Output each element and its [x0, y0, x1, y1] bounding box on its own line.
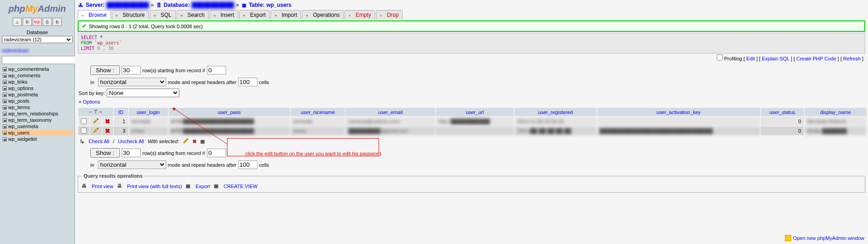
refresh-link[interactable]: Refresh — [843, 56, 861, 61]
export-selected-icon[interactable]: ▦ — [200, 139, 205, 144]
sidebar-table-item[interactable]: ▦wp_options — [2, 85, 73, 91]
database-select[interactable]: radevicteam (12) — [2, 36, 73, 43]
table-row: ✖1nemanja$P$B████████████████████nemanja… — [78, 117, 867, 126]
sidebar-table-item[interactable]: ▦wp_term_relationships — [2, 110, 73, 117]
table-icon: ▦ — [3, 80, 7, 84]
delete-selected-icon[interactable]: ✖ — [192, 139, 197, 144]
sidebar-table-item[interactable]: ▦wp_commentmeta — [2, 66, 73, 72]
bc-server-value[interactable]: ███████████ — [106, 2, 149, 8]
delete-row-button[interactable]: ✖ — [102, 126, 113, 136]
cell-email: nemanja@radevic.com — [345, 117, 436, 126]
start-record-input[interactable] — [207, 66, 226, 75]
show-button-bottom[interactable]: Show : — [90, 148, 120, 158]
sidebar-table-item[interactable]: ▦wp_terms — [2, 104, 73, 110]
table-icon: ▦ — [3, 112, 7, 116]
sidebar-table-item[interactable]: ▦wp_posts — [2, 98, 73, 104]
tab-sql[interactable]: ▫SQL — [150, 10, 176, 20]
bc-table-label[interactable]: Table: — [249, 2, 264, 8]
edit-sql-link[interactable]: Edit — [746, 56, 755, 61]
cell-email: █████████@gmail.com — [345, 126, 436, 136]
database-name-link[interactable]: radevicteam — [2, 47, 73, 56]
create-php-link[interactable]: Create PHP Code — [796, 56, 836, 61]
print-view-full-link[interactable]: Print view (with full texts) — [127, 184, 182, 189]
bc-server-label[interactable]: Server: — [86, 2, 104, 8]
tab-search[interactable]: ▫Search — [177, 10, 209, 20]
repeat-headers-input[interactable] — [238, 78, 257, 86]
bc-db-label[interactable]: Database: — [164, 2, 190, 8]
sidebar-table-item[interactable]: ▦wp_widgetkit — [2, 136, 73, 142]
uncheck-all-link[interactable]: Uncheck All — [118, 139, 144, 144]
col-user_login[interactable]: user_login — [128, 108, 168, 117]
edit-row-button[interactable] — [90, 117, 102, 126]
cell-display-name: Nemanja Radević — [804, 117, 867, 126]
bc-table-value[interactable]: wp_users — [266, 2, 291, 8]
tab-operations[interactable]: ▫Operations — [302, 10, 344, 20]
check-all-link[interactable]: Check All — [89, 139, 109, 144]
col-user_activation_key[interactable]: user_activation_key — [597, 108, 760, 117]
sidebar-table-item[interactable]: ▦wp_postmeta — [2, 91, 73, 98]
tab-empty[interactable]: ▫Empty — [345, 10, 375, 20]
sidebar-table-item[interactable]: ▦wp_links — [2, 79, 73, 85]
logo[interactable]: phpMyAdmin — [2, 2, 73, 18]
col-user_registered[interactable]: user_registered — [514, 108, 597, 117]
col-ID[interactable]: ID — [113, 108, 128, 117]
logout-icon[interactable]: ⎘ — [23, 18, 32, 26]
bc-db-value[interactable]: ███████████ — [192, 2, 234, 8]
print-icon: 🖶 — [82, 183, 88, 189]
tab-drop[interactable]: ▫Drop — [376, 10, 403, 20]
col-user_pass[interactable]: user_pass — [168, 108, 290, 117]
table-list: ▦wp_commentmeta▦wp_comments▦wp_links▦wp_… — [2, 66, 73, 142]
sidebar-table-item[interactable]: ▦wp_users — [2, 129, 73, 136]
success-message: ✔ Showing rows 0 - 1 (2 total, Query too… — [78, 20, 865, 32]
docs-icon[interactable]: ⎙ — [43, 18, 52, 26]
tab-import[interactable]: ▫Import — [271, 10, 301, 20]
results-table: ←⊤→IDuser_loginuser_passuser_nicenameuse… — [78, 107, 867, 136]
sidebar-table-item[interactable]: ▦wp_comments — [2, 72, 73, 79]
sort-key-select[interactable]: None — [107, 89, 179, 97]
cell-display-name: Siniša ███████ — [804, 126, 867, 136]
sort-row: Sort by key: None — [77, 88, 866, 98]
edit-row-button[interactable] — [90, 126, 102, 136]
print-view-link[interactable]: Print view — [92, 184, 113, 189]
col-user_url[interactable]: user_url — [435, 108, 514, 117]
rows-count-input[interactable] — [122, 66, 141, 75]
tab-export[interactable]: ▫Export — [239, 10, 270, 20]
tab-structure[interactable]: ▫Structure — [112, 10, 149, 20]
export-link[interactable]: Export — [196, 184, 210, 189]
options-toggle[interactable]: + Options — [77, 98, 866, 107]
open-new-window[interactable]: Open new phpMyAdmin window — [785, 235, 864, 241]
sidebar-table-item[interactable]: ▦wp_usermeta — [2, 123, 73, 129]
col-user_nicename[interactable]: user_nicename — [290, 108, 345, 117]
col-display_name[interactable]: display_name — [804, 108, 867, 117]
mode-select-bottom[interactable]: horizontal — [98, 160, 166, 169]
col-user_email[interactable]: user_email — [345, 108, 436, 117]
tab-insert[interactable]: ▫Insert — [210, 10, 238, 20]
table-icon: ▦ — [3, 105, 7, 110]
home-icon[interactable]: ⌂ — [13, 18, 22, 26]
start-record-input-bottom[interactable] — [207, 149, 226, 157]
show-button[interactable]: Show : — [90, 65, 120, 75]
main: 🖧 Server: ███████████ » 🗄 Database: ████… — [75, 0, 868, 244]
table-icon: ▦ — [241, 2, 247, 8]
repeat-headers-input-bottom[interactable] — [238, 160, 257, 169]
col-user_status[interactable]: user_status — [760, 108, 804, 117]
rows-count-input-bottom[interactable] — [122, 149, 141, 157]
table-filter-input[interactable] — [2, 56, 81, 64]
table-icon: ▦ — [3, 118, 7, 122]
edit-selected-icon[interactable] — [182, 138, 189, 145]
create-view-link[interactable]: CREATE VIEW — [224, 184, 258, 189]
row-checkbox[interactable] — [81, 118, 87, 124]
tab-browse[interactable]: ▫Browse — [78, 10, 111, 20]
row-checkbox[interactable] — [81, 128, 87, 134]
delete-row-button[interactable]: ✖ — [102, 117, 113, 126]
print-full-icon: 🖶 — [117, 183, 123, 189]
sql-icon[interactable]: SQL — [33, 18, 42, 26]
profiling-checkbox[interactable]: Profiling — [717, 56, 742, 61]
cell-id: 1 — [113, 117, 128, 126]
cell-status: 0 — [760, 117, 804, 126]
sidebar-table-item[interactable]: ▦wp_term_taxonomy — [2, 117, 73, 123]
explain-sql-link[interactable]: Explain SQL — [762, 56, 789, 61]
mode-select[interactable]: horizontal — [98, 78, 166, 86]
cell-nicename: nemanja — [290, 117, 345, 126]
reload-icon[interactable]: ⎗ — [53, 18, 62, 26]
